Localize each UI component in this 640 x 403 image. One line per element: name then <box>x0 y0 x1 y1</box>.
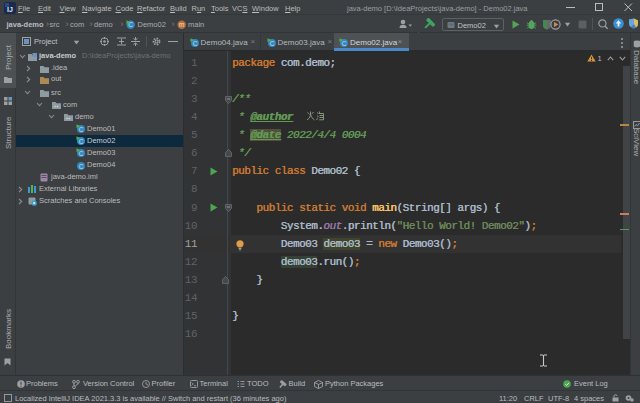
svg-text:C: C <box>79 126 84 133</box>
svg-text:IJ: IJ <box>7 5 13 12</box>
svg-text:C: C <box>79 138 84 145</box>
svg-text:C: C <box>79 162 84 169</box>
svg-text:m: m <box>178 21 183 28</box>
svg-text:C: C <box>192 39 197 46</box>
svg-text:C: C <box>269 39 274 46</box>
svg-text:C: C <box>341 39 346 46</box>
svg-text:C: C <box>79 150 84 157</box>
